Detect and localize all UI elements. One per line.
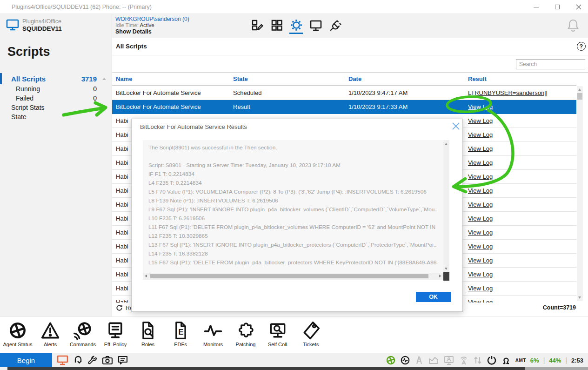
idle-value: Active (140, 22, 154, 28)
table-scrollbar[interactable] (577, 86, 583, 301)
wrench-icon[interactable] (87, 355, 98, 366)
svg-text:E: E (178, 328, 183, 336)
dock-item-commands[interactable]: Commands (67, 317, 99, 353)
view-log-link[interactable]: View Log (468, 299, 493, 303)
view-log-link[interactable]: View Log (468, 145, 493, 152)
sidebar-item-script-stats[interactable]: Script Stats (0, 103, 112, 112)
maximize-button[interactable] (548, 0, 567, 14)
table-row[interactable]: BitLocker For Automate ServiceResult1/10… (112, 100, 576, 114)
dock-item-label: Monitors (203, 342, 223, 347)
listen-icon[interactable] (501, 355, 511, 365)
scroll-right-icon[interactable] (439, 275, 441, 277)
view-log-link[interactable]: View Log (468, 103, 493, 110)
log-line: L11 F67 Sql (P1): 'DELETE FROM plugin_p4… (148, 223, 437, 232)
dock-item-roles[interactable]: Roles (132, 317, 164, 353)
plug-icon[interactable] (327, 17, 343, 33)
table-row[interactable]: BitLocker For Automate ServiceScheduled1… (112, 86, 576, 100)
performance-chart-icon (428, 355, 439, 365)
gear-icon[interactable] (288, 17, 304, 33)
dock-item-self-coll-[interactable]: Self Coll. (262, 317, 294, 353)
section-title: Scripts (7, 45, 50, 59)
script-edit-icon[interactable] (249, 17, 265, 33)
sidebar-item-failed[interactable]: Failed0 (0, 94, 112, 103)
session-timer: 2:53 (571, 357, 583, 364)
reboot-pending-icon[interactable] (487, 355, 497, 365)
view-log-link[interactable]: View Log (468, 257, 493, 264)
view-log-link[interactable]: View Log (468, 187, 493, 194)
view-log-link[interactable]: View Log (468, 201, 493, 208)
agent-status-icon (7, 320, 28, 341)
close-button[interactable] (569, 0, 588, 14)
monitor-icon[interactable] (308, 17, 323, 33)
breadcrumb: Plugins4/Office (22, 18, 61, 25)
view-log-link[interactable]: View Log (468, 215, 493, 222)
log-vertical-scrollbar[interactable] (443, 140, 449, 273)
scroll-up-icon[interactable] (445, 143, 448, 145)
dock-item-label: Eff. Policy (104, 342, 127, 347)
help-icon[interactable]: ? (577, 42, 586, 51)
log-line: L14 F235 T: 16.3382128 (148, 249, 437, 258)
view-log-link[interactable]: View Log (468, 229, 493, 236)
minimize-button[interactable] (527, 0, 545, 14)
user-link[interactable]: WORKGROUP\sanderson (0) (115, 16, 189, 22)
idle-label: Idle Time: (115, 22, 139, 28)
close-icon (576, 4, 581, 10)
redo-arrow-icon[interactable] (73, 355, 83, 365)
view-log-link[interactable]: View Log (468, 159, 493, 166)
column-header-name[interactable]: Name (116, 75, 132, 82)
sidebar-item-state[interactable]: State (0, 112, 112, 121)
view-log-link[interactable]: View Log (468, 131, 493, 138)
agent-online-icon[interactable] (386, 355, 396, 365)
dock-item-label: Roles (141, 342, 154, 347)
comment-icon[interactable] (117, 355, 128, 365)
scroll-down-icon[interactable] (445, 268, 448, 270)
dock-item-tickets[interactable]: Tickets (294, 317, 327, 353)
column-header-state[interactable]: State (233, 75, 248, 82)
log-line: L10 F235 T: 6.2619506 (148, 214, 437, 223)
sidebar-item-label: Failed (16, 94, 78, 102)
edfs-icon: E (170, 320, 191, 341)
apps-grid-icon[interactable] (269, 17, 284, 33)
log-line: L4 F235 T: 0.2214834 (148, 179, 437, 188)
dock-item-eff-policy[interactable]: Eff. Policy (99, 317, 132, 353)
search-input[interactable] (516, 59, 585, 69)
dock-item-edfs[interactable]: EEDFs (164, 317, 197, 353)
sidebar-item-all-scripts[interactable]: All Scripts3719 (0, 73, 112, 84)
scroll-thumb[interactable] (150, 274, 428, 278)
scroll-up-icon[interactable] (578, 88, 581, 91)
log-line: Script: S8901 - Starting at Server Time:… (148, 161, 437, 170)
scroll-thumb[interactable] (577, 93, 582, 100)
heartbeat-status-icon[interactable] (400, 355, 410, 365)
ok-button[interactable]: OK (416, 292, 451, 302)
notifications-bell-icon[interactable] (567, 18, 579, 32)
begin-button[interactable]: Begin (0, 353, 52, 367)
scroll-left-icon[interactable] (145, 275, 147, 277)
sidebar-item-running[interactable]: Running0 (0, 84, 112, 94)
column-header-result[interactable]: Result (468, 75, 487, 82)
view-log-link[interactable]: View Log (468, 243, 493, 250)
show-details-link[interactable]: Show Details (115, 28, 152, 35)
dock-item-monitors[interactable]: Monitors (197, 317, 229, 353)
view-log-link[interactable]: View Log (468, 173, 493, 180)
view-log-link[interactable]: LTRUNBYUSER=sanderson|| (468, 89, 548, 96)
dock-item-alerts[interactable]: Alerts (34, 317, 67, 353)
commands-icon (73, 320, 93, 341)
bottom-edge (0, 367, 588, 370)
self-coll-icon (268, 320, 288, 341)
scroll-down-icon[interactable] (578, 296, 581, 299)
log-line: IF F1 T: 0.2214834 (148, 170, 437, 179)
sidebar-item-label: Running (16, 85, 78, 93)
view-log-link[interactable]: View Log (468, 271, 493, 278)
dialog-close-button[interactable] (451, 121, 461, 131)
view-log-link[interactable]: View Log (468, 285, 493, 292)
remote-control-icon[interactable] (57, 355, 68, 365)
column-header-date[interactable]: Date (348, 75, 361, 82)
idle-time: Idle Time: Active (115, 22, 154, 28)
log-horizontal-scrollbar[interactable] (143, 273, 443, 280)
cell-script-name: BitLocker For Automate Service (116, 103, 230, 110)
view-log-link[interactable]: View Log (468, 117, 493, 124)
dock-item-patching[interactable]: Patching (229, 317, 262, 353)
dock-item-agent-status[interactable]: Agent Status (1, 317, 34, 353)
screenshot-camera-icon[interactable] (102, 355, 113, 365)
app-window: Plugins4/Office/SQUIDDEV11 (62) Phone: -… (0, 0, 588, 370)
